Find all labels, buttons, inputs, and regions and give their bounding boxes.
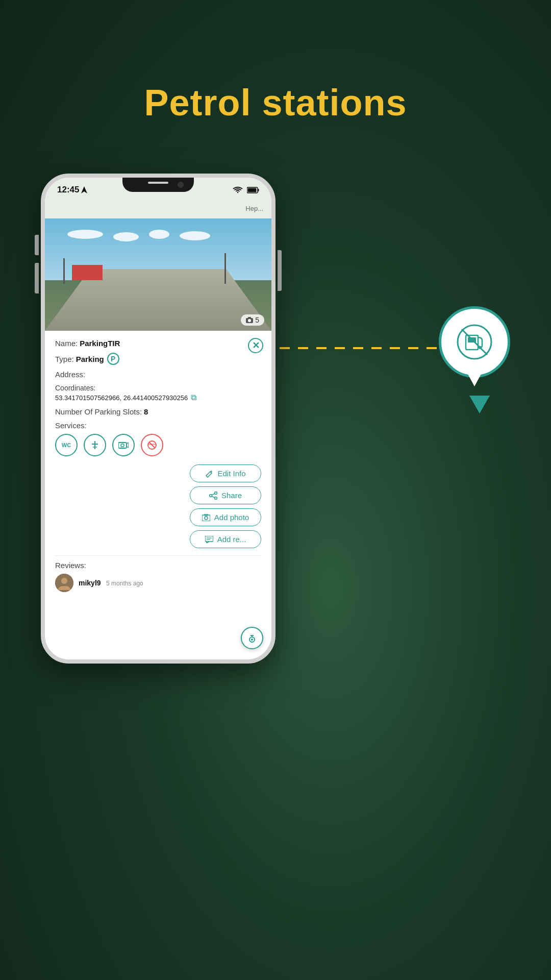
svg-marker-17 [127, 443, 129, 448]
scroll-handle [148, 182, 168, 184]
reviews-label: Reviews: [55, 561, 261, 570]
navigate-icon [246, 632, 258, 644]
volume-down-button[interactable] [35, 263, 39, 293]
name-row: Name: ParkingTIR [55, 339, 261, 348]
map-strip: Нер... [45, 198, 271, 218]
services-row: WC [55, 434, 261, 456]
power-button[interactable] [278, 250, 282, 291]
svg-rect-29 [205, 536, 213, 542]
coordinates-value: 53.341701507562966, 26.441400527930256 ⧉ [55, 393, 261, 402]
fuel-icon [457, 324, 492, 360]
svg-rect-8 [248, 188, 257, 192]
close-button[interactable]: ✕ [248, 338, 263, 353]
service-wc: WC [55, 434, 78, 456]
battery-icon [247, 187, 259, 193]
slots-label: Number Of Parking Slots: [55, 407, 142, 416]
type-label: Type: [55, 355, 74, 363]
share-icon [209, 492, 217, 500]
svg-point-21 [214, 492, 217, 494]
svg-line-25 [212, 496, 214, 498]
type-value: Parking [76, 355, 104, 363]
action-buttons: Edit Info Share [55, 464, 261, 548]
svg-rect-20 [148, 444, 156, 445]
svg-point-16 [121, 444, 124, 447]
svg-rect-15 [118, 443, 127, 448]
avatar [55, 574, 73, 592]
reviewer-name: mikyl9 [79, 579, 101, 587]
edit-icon [205, 470, 213, 478]
address-row: Address: [55, 370, 261, 379]
review-row: mikyl9 5 months ago [55, 574, 261, 592]
name-label: Name: [55, 339, 78, 348]
camera-count-icon [246, 317, 253, 323]
svg-marker-5 [81, 186, 87, 193]
edit-info-button[interactable]: Edit Info [190, 464, 261, 482]
services-label: Services: [55, 421, 261, 430]
add-review-button[interactable]: Add re... [190, 530, 261, 548]
info-section: ✕ Name: ParkingTIR Type: Parking P Addre… [45, 331, 271, 659]
svg-point-37 [251, 639, 253, 641]
service-tower [84, 434, 106, 456]
map-pin-icon [439, 306, 520, 398]
svg-rect-26 [202, 515, 210, 521]
volume-up-button[interactable] [35, 235, 39, 255]
status-time: 12:45 [57, 185, 87, 195]
review-time: 5 months ago [106, 580, 143, 587]
status-icons [233, 186, 259, 193]
svg-rect-3 [468, 337, 476, 342]
service-camera [112, 434, 135, 456]
svg-point-23 [214, 497, 217, 499]
service-no-entry [141, 434, 163, 456]
add-photo-button[interactable]: Add photo [190, 508, 261, 526]
svg-rect-7 [258, 189, 259, 191]
type-row: Type: Parking P [55, 353, 261, 365]
page-title: Petrol stations [0, 0, 551, 124]
comment-icon [205, 536, 213, 543]
svg-rect-11 [248, 317, 251, 318]
slots-row: Number Of Parking Slots: 8 [55, 407, 261, 416]
reviews-section: Reviews: mikyl9 5 months ago [55, 555, 261, 592]
navigation-float-button[interactable] [241, 627, 263, 649]
address-label: Address: [55, 370, 85, 379]
slots-value: 8 [144, 407, 148, 416]
svg-line-24 [212, 494, 214, 495]
coordinates-row: Coordinates: 53.341701507562966, 26.4414… [55, 384, 261, 402]
photo-count: 5 [241, 314, 264, 326]
svg-point-27 [205, 517, 208, 520]
share-button[interactable]: Share [190, 486, 261, 504]
name-value: ParkingTIR [80, 339, 120, 348]
copy-icon[interactable]: ⧉ [191, 393, 196, 402]
coordinates-label: Coordinates: [55, 384, 261, 392]
wifi-icon [233, 186, 243, 193]
svg-point-22 [209, 494, 212, 497]
svg-point-33 [61, 578, 67, 584]
location-arrow-icon [81, 186, 87, 193]
parking-badge: P [107, 353, 119, 365]
svg-point-4 [479, 346, 482, 349]
reviewer-info: mikyl9 5 months ago [79, 578, 143, 587]
add-camera-icon [202, 514, 210, 521]
phone-mockup: 12:45 [41, 174, 276, 664]
location-photo[interactable]: 5 [45, 218, 271, 331]
svg-point-10 [248, 319, 251, 322]
phone-notch [122, 178, 194, 192]
